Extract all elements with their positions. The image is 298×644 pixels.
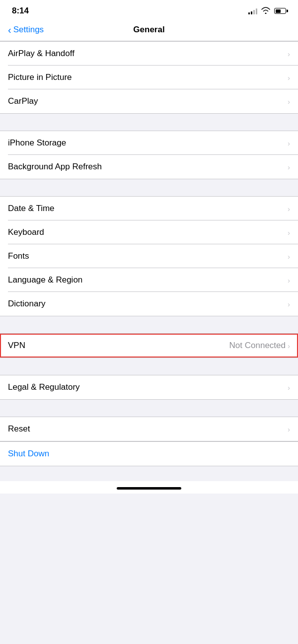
background-app-refresh-row[interactable]: Background App Refresh ›: [0, 155, 298, 179]
date-time-chevron: ›: [288, 205, 290, 213]
chevron-right-icon: ›: [288, 342, 290, 350]
dictionary-label: Dictionary: [8, 299, 46, 309]
language-region-row[interactable]: Language & Region ›: [0, 268, 298, 292]
reset-row[interactable]: Reset ›: [0, 417, 298, 441]
background-app-refresh-label: Background App Refresh: [8, 162, 102, 172]
shutdown-label: Shut Down: [8, 449, 49, 458]
chevron-right-icon: ›: [288, 73, 290, 82]
status-bar: 8:14: [0, 0, 298, 20]
status-time: 8:14: [12, 6, 29, 16]
group-reset: Reset ›: [0, 417, 298, 441]
date-time-row[interactable]: Date & Time ›: [0, 197, 298, 220]
chevron-right-icon: ›: [288, 425, 290, 433]
legal-regulatory-row[interactable]: Legal & Regulatory ›: [0, 375, 298, 399]
dictionary-row[interactable]: Dictionary ›: [0, 292, 298, 316]
chevron-right-icon: ›: [288, 50, 290, 58]
reset-label: Reset: [8, 424, 30, 434]
carplay-row[interactable]: CarPlay ›: [0, 89, 298, 113]
bottom-spacer: [0, 466, 298, 481]
back-button[interactable]: ‹ Settings: [8, 25, 44, 35]
date-time-label: Date & Time: [8, 204, 55, 214]
legal-regulatory-chevron: ›: [288, 383, 290, 392]
vpn-row[interactable]: VPN Not Connected ›: [0, 334, 298, 358]
chevron-right-icon: ›: [288, 276, 290, 285]
signal-icon: [248, 7, 257, 14]
chevron-right-icon: ›: [288, 163, 290, 171]
shutdown-row[interactable]: Shut Down: [0, 441, 298, 466]
picture-in-picture-label: Picture in Picture: [8, 72, 72, 82]
home-bar: [117, 487, 181, 490]
group-storage: iPhone Storage › Background App Refresh …: [0, 131, 298, 179]
fonts-label: Fonts: [8, 251, 29, 261]
wifi-icon: [261, 7, 270, 15]
language-region-label: Language & Region: [8, 275, 82, 285]
iphone-storage-label: iPhone Storage: [8, 138, 66, 148]
chevron-right-icon: ›: [288, 205, 290, 213]
chevron-right-icon: ›: [288, 139, 290, 147]
vpn-label: VPN: [8, 341, 25, 351]
status-icons: [248, 7, 286, 15]
dictionary-chevron: ›: [288, 300, 290, 308]
page-title: General: [133, 25, 164, 35]
legal-regulatory-label: Legal & Regulatory: [8, 382, 80, 392]
vpn-status: Not Connected ›: [229, 341, 290, 351]
home-indicator: [0, 481, 298, 494]
back-chevron-icon: ‹: [8, 25, 11, 35]
back-label: Settings: [13, 25, 44, 35]
chevron-right-icon: ›: [288, 97, 290, 106]
vpn-status-text: Not Connected: [229, 341, 286, 351]
airplay-handoff-label: AirPlay & Handoff: [8, 49, 74, 59]
background-app-refresh-chevron: ›: [288, 163, 290, 171]
nav-bar: ‹ Settings General: [0, 20, 298, 41]
chevron-right-icon: ›: [288, 252, 290, 261]
airplay-handoff-chevron: ›: [288, 50, 290, 58]
chevron-right-icon: ›: [288, 383, 290, 392]
fonts-chevron: ›: [288, 252, 290, 261]
fonts-row[interactable]: Fonts ›: [0, 244, 298, 268]
reset-chevron: ›: [288, 425, 290, 433]
iphone-storage-row[interactable]: iPhone Storage ›: [0, 131, 298, 155]
battery-icon: [274, 8, 286, 14]
chevron-right-icon: ›: [288, 300, 290, 308]
keyboard-chevron: ›: [288, 228, 290, 237]
carplay-chevron: ›: [288, 97, 290, 106]
group-legal: Legal & Regulatory ›: [0, 375, 298, 400]
airplay-handoff-row[interactable]: AirPlay & Handoff ›: [0, 42, 298, 66]
group-vpn: VPN Not Connected ›: [0, 333, 298, 358]
picture-in-picture-row[interactable]: Picture in Picture ›: [0, 66, 298, 89]
group-airplay: AirPlay & Handoff › Picture in Picture ›…: [0, 41, 298, 114]
group-locale: Date & Time › Keyboard › Fonts › Languag…: [0, 196, 298, 316]
carplay-label: CarPlay: [8, 96, 38, 106]
keyboard-label: Keyboard: [8, 227, 44, 237]
keyboard-row[interactable]: Keyboard ›: [0, 220, 298, 244]
chevron-right-icon: ›: [288, 228, 290, 237]
picture-in-picture-chevron: ›: [288, 73, 290, 82]
iphone-storage-chevron: ›: [288, 139, 290, 147]
language-region-chevron: ›: [288, 276, 290, 285]
